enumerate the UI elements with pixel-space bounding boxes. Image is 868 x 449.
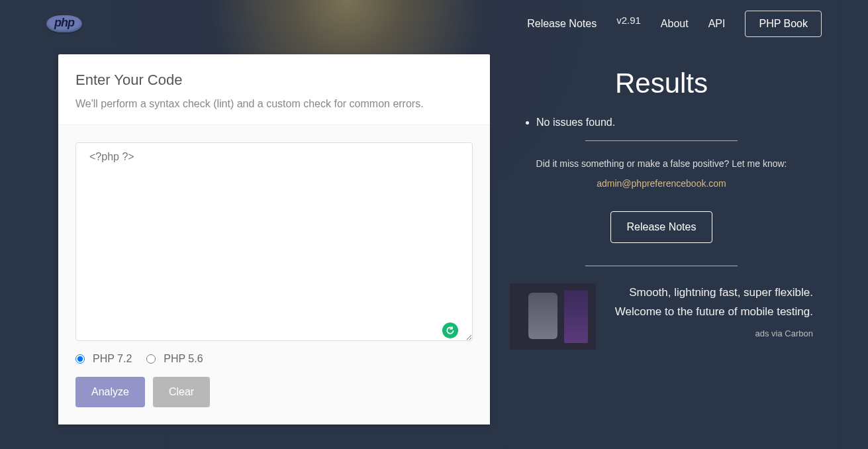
radio-php72-label[interactable]: PHP 7.2 (93, 353, 132, 365)
results-title: Results (510, 68, 813, 99)
nav-about[interactable]: About (661, 18, 689, 30)
analyze-button[interactable]: Analyze (75, 377, 145, 407)
feedback-prompt: Did it miss something or make a false po… (510, 158, 813, 169)
results-divider (585, 140, 738, 141)
radio-php72[interactable] (75, 354, 85, 364)
card-title: Enter Your Code (75, 72, 473, 89)
radio-php56[interactable] (146, 354, 156, 364)
results-panel: Results No issues found. Did it miss som… (510, 54, 813, 424)
release-notes-button[interactable]: Release Notes (610, 211, 713, 243)
nav-links: Release Notes v2.91 About API PHP Book (527, 11, 822, 37)
ad-via[interactable]: ads via Carbon (609, 328, 813, 338)
navbar: php Release Notes v2.91 About API PHP Bo… (0, 0, 868, 48)
php-version-radios: PHP 7.2 PHP 5.6 (75, 353, 473, 365)
version-label: v2.91 (616, 15, 641, 26)
code-input[interactable] (75, 142, 473, 341)
dashed-divider (585, 266, 738, 266)
results-list: No issues found. (510, 117, 813, 128)
carbon-ad[interactable]: Smooth, lightning fast, super flexible. … (510, 283, 813, 350)
card-body: PHP 7.2 PHP 5.6 Analyze Clear (58, 125, 490, 424)
nav-api[interactable]: API (708, 18, 726, 30)
radio-php56-label[interactable]: PHP 5.6 (164, 353, 203, 365)
ad-image[interactable] (510, 283, 596, 350)
ad-text: Smooth, lightning fast, super flexible. … (609, 283, 813, 338)
nav-release-notes[interactable]: Release Notes (527, 18, 597, 30)
ad-line1[interactable]: Smooth, lightning fast, super flexible. (609, 283, 813, 303)
main-container: Enter Your Code We'll perform a syntax c… (0, 48, 868, 424)
card-subtitle: We'll perform a syntax check (lint) and … (75, 98, 473, 110)
grammarly-icon[interactable] (442, 323, 458, 338)
clear-button[interactable]: Clear (153, 377, 210, 407)
nav-php-book[interactable]: PHP Book (745, 11, 822, 37)
code-input-wrap (75, 142, 473, 344)
php-logo[interactable]: php (46, 15, 82, 32)
result-item: No issues found. (536, 117, 813, 128)
code-card: Enter Your Code We'll perform a syntax c… (58, 54, 490, 424)
ad-line2[interactable]: Welcome to the future of mobile testing. (609, 303, 813, 322)
card-header: Enter Your Code We'll perform a syntax c… (58, 54, 490, 125)
button-row: Analyze Clear (75, 377, 473, 407)
feedback-email[interactable]: admin@phpreferencebook.com (510, 178, 813, 189)
